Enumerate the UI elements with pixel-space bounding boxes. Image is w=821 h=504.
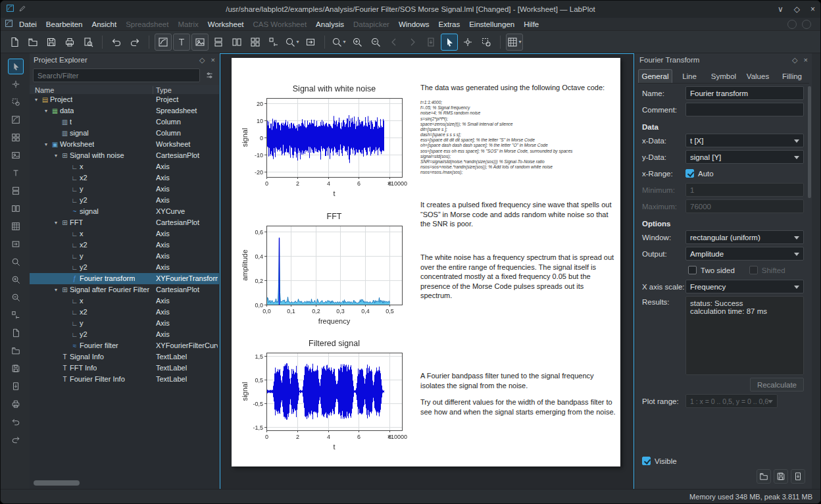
load-function-button[interactable] [757, 469, 771, 484]
undo-button[interactable] [108, 34, 125, 51]
print-button[interactable] [61, 34, 78, 51]
menubar-extra-icon-2[interactable] [802, 20, 811, 29]
minimize-button[interactable]: ∨ [778, 5, 784, 14]
dock-float-icon[interactable]: ◇ [199, 56, 205, 64]
toolbox-folder-open-button[interactable] [8, 343, 24, 359]
tree-row-x[interactable]: ∟xAxis [30, 295, 219, 307]
text-fft-note[interactable]: The white noise has a frequency spectrum… [420, 253, 616, 301]
add-image-button[interactable] [191, 34, 209, 51]
plot-signal-with-noise[interactable] [240, 82, 410, 202]
add-plot-button[interactable] [155, 34, 172, 51]
tab-line[interactable]: Line [672, 69, 707, 83]
menu-bearbeiten[interactable]: Bearbeiten [41, 19, 87, 30]
dock-close-icon[interactable]: × [804, 56, 808, 64]
toolbox-printer-button[interactable] [8, 396, 24, 412]
tree-row-y2[interactable]: ∟y2Axis [30, 195, 219, 206]
toolbox-undo-button[interactable] [8, 414, 24, 430]
recalculate-button[interactable]: Recalculate [750, 378, 804, 391]
plot-filtered-signal[interactable] [240, 337, 410, 455]
search-input[interactable] [33, 68, 200, 82]
menu-windows[interactable]: Windows [394, 19, 434, 30]
menu-ansicht[interactable]: Ansicht [87, 19, 121, 30]
explorer-horizontal-scrollbar[interactable] [34, 480, 80, 486]
worksheet-page[interactable]: The data was generated using the followi… [232, 58, 620, 466]
menu-worksheet[interactable]: Worksheet [203, 19, 249, 30]
tree-row-y[interactable]: ∟yAxis [30, 184, 219, 195]
break-layout-button[interactable] [265, 34, 282, 51]
properties-scrollbar[interactable] [808, 86, 811, 198]
grid-menu-button[interactable]: ▾ [506, 34, 523, 51]
menu-analysis[interactable]: Analysis [311, 19, 349, 30]
tab-general[interactable]: General [638, 69, 672, 83]
visible-checkbox[interactable] [642, 457, 651, 465]
menu-datei[interactable]: Datei [14, 19, 41, 30]
expander-icon[interactable]: ▾ [52, 150, 60, 161]
text-try-note[interactable]: Try out different values for the width o… [420, 397, 616, 416]
save-as-template-button[interactable] [791, 469, 805, 484]
add-text-label-button[interactable] [173, 34, 190, 51]
y-data-select[interactable]: signal [Y] [685, 150, 804, 164]
zoom-menu-button[interactable]: ▾ [284, 34, 301, 51]
tree-row-x[interactable]: ∟xAxis [30, 228, 219, 239]
tree-row-signal[interactable]: ▥signalColumn [30, 128, 219, 139]
tree-row-project[interactable]: ▾▤ProjectProject [30, 94, 219, 105]
toolbox-fit-button[interactable] [8, 236, 24, 252]
toolbox-plot-button[interactable] [8, 112, 24, 128]
toolbox-layout-v-button[interactable] [8, 183, 24, 199]
zoom-mode-button[interactable]: ▾ [330, 34, 347, 51]
tree-row-fourier-filter-info[interactable]: TFourier Filter InfoTextLabel [30, 374, 219, 385]
toolbox-layout-h-button[interactable] [8, 201, 24, 216]
tree-row-x2[interactable]: ∟x2Axis [30, 239, 219, 251]
toolbox-text-button[interactable] [8, 165, 24, 181]
expander-icon[interactable]: ▾ [32, 94, 40, 105]
tree-row-worksheet[interactable]: ▾▣WorksheetWorksheet [30, 139, 219, 150]
plot-fft[interactable] [240, 210, 410, 330]
toolbox-layout-grid-button[interactable] [8, 130, 24, 145]
toolbox-zoom-out-button[interactable] [8, 290, 24, 305]
tree-row-signal[interactable]: ~signalXYCurve [30, 206, 219, 217]
menu-hilfe[interactable]: Hilfe [519, 19, 543, 30]
tree-row-fourier-transform[interactable]: ƒFourier transformXYFourierTransformCurv… [30, 273, 219, 284]
toolbox-crosshair-button[interactable] [8, 76, 24, 92]
toolbox-redo-button[interactable] [8, 432, 24, 447]
tree-row-y[interactable]: ∟yAxis [30, 251, 219, 262]
tree-row-y2[interactable]: ∟y2Axis [30, 329, 219, 340]
tree-row-signal-with-noise[interactable]: ▾⊞Signal with noiseCartesianPlot [30, 150, 219, 161]
tree-row-y[interactable]: ∟yAxis [30, 318, 219, 329]
x-axis-scale-select[interactable]: Frequency [685, 280, 804, 293]
output-select[interactable]: Amplitude [685, 247, 804, 261]
tree-row-fft[interactable]: ▾⊞FFTCartesianPlot [30, 217, 219, 228]
save-function-button[interactable] [774, 469, 788, 484]
dock-close-icon[interactable]: × [211, 56, 215, 64]
expander-icon[interactable]: ▾ [42, 139, 50, 150]
column-header-type[interactable]: Type [153, 86, 172, 94]
open-button[interactable] [24, 34, 41, 51]
tab-filling[interactable]: Filling [775, 69, 809, 83]
tree-row-data[interactable]: ▾▦dataSpreadsheet [30, 105, 219, 116]
tree-row-fourier-filter[interactable]: ≈Fourier filterXYFourierFilterCurve [30, 340, 219, 351]
filter-options-icon[interactable] [203, 69, 216, 82]
auto-checkbox[interactable] [685, 169, 694, 178]
toolbox-zoom-in-button[interactable] [8, 272, 24, 288]
two-sided-checkbox[interactable] [688, 266, 697, 274]
close-button[interactable]: × [810, 5, 815, 14]
toolbox-export-button[interactable] [8, 378, 24, 394]
tree-row-signal-after-fourier-filter[interactable]: ▾⊞Signal after Fourier FilterCartesianPl… [30, 284, 219, 295]
fit-to-page-button[interactable] [302, 34, 319, 51]
tree-row-x[interactable]: ∟xAxis [30, 161, 219, 172]
tab-values[interactable]: Values [741, 69, 775, 83]
toolbox-doc-new-button[interactable] [8, 325, 24, 341]
grid-layout-button[interactable] [247, 34, 264, 51]
text-sos[interactable]: It creates a pulsed fixed frequency sine… [420, 200, 616, 229]
x-data-select[interactable]: t [X] [685, 134, 804, 147]
octave-code-block[interactable]: t=1:1:4000;f=.05; % Signal frequencynois… [420, 100, 616, 175]
text-filter-note[interactable]: A Fourier bandpass filter tuned to the s… [420, 371, 616, 390]
tab-symbol[interactable]: Symbol [707, 69, 741, 83]
zoom-select-mode-button[interactable] [478, 34, 495, 51]
tree-row-signal-info[interactable]: TSignal InfoTextLabel [30, 351, 219, 363]
expander-icon[interactable]: ▾ [42, 105, 50, 116]
horizontal-layout-button[interactable] [228, 34, 245, 51]
dock-float-icon[interactable]: ◇ [792, 56, 797, 64]
zoom-out-button[interactable] [367, 34, 384, 51]
name-field[interactable] [685, 86, 804, 100]
